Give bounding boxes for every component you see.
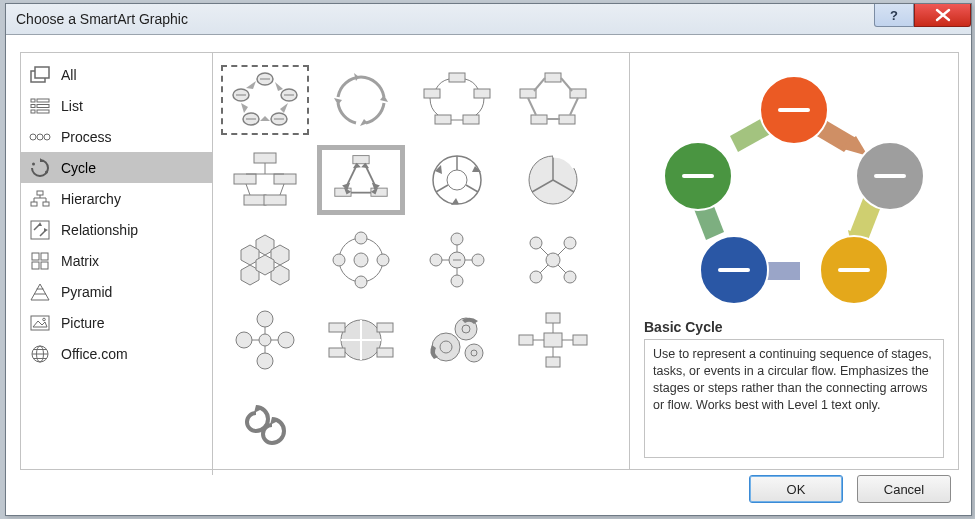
layout-thumb[interactable] [413, 145, 501, 215]
svg-rect-37 [463, 115, 479, 124]
svg-rect-18 [41, 253, 48, 260]
layout-thumb[interactable] [221, 225, 309, 295]
sidebar-item-label: Office.com [61, 346, 128, 362]
svg-point-101 [259, 334, 271, 346]
layout-thumb[interactable] [317, 65, 405, 135]
close-icon [934, 8, 952, 22]
layout-thumb[interactable] [509, 65, 597, 135]
svg-point-81 [451, 275, 463, 287]
layout-thumb[interactable] [317, 305, 405, 375]
cancel-button[interactable]: Cancel [857, 475, 951, 503]
svg-rect-40 [545, 73, 561, 82]
sidebar-item-label: All [61, 67, 77, 83]
sidebar-item-hierarchy[interactable]: Hierarchy [21, 183, 212, 214]
preview-graphic [644, 71, 944, 313]
sidebar-item-picture[interactable]: Picture [21, 307, 212, 338]
layout-thumb[interactable] [221, 305, 309, 375]
svg-rect-123 [546, 357, 560, 367]
svg-rect-49 [264, 195, 286, 205]
svg-point-12 [45, 170, 48, 173]
preview-pane: Basic Cycle Use to represent a continuin… [630, 53, 958, 469]
preview-title: Basic Cycle [644, 319, 944, 335]
close-button[interactable] [914, 4, 971, 27]
layout-thumb[interactable] [509, 305, 597, 375]
dialog-footer: OK Cancel [749, 475, 951, 503]
category-sidebar: All List Process Cycle [21, 53, 213, 475]
svg-point-99 [257, 353, 273, 369]
svg-point-89 [530, 237, 542, 249]
svg-rect-122 [546, 313, 560, 323]
layout-thumb[interactable] [509, 225, 597, 295]
svg-point-100 [236, 332, 252, 348]
svg-point-92 [530, 271, 542, 283]
svg-point-73 [333, 254, 345, 266]
sidebar-item-list[interactable]: List [21, 90, 212, 121]
layout-thumb[interactable] [317, 145, 405, 215]
svg-point-69 [354, 253, 368, 267]
svg-rect-106 [377, 323, 393, 332]
svg-rect-20 [41, 262, 48, 269]
matrix-icon [29, 250, 51, 272]
svg-rect-35 [449, 73, 465, 82]
svg-point-11 [32, 162, 35, 165]
svg-marker-67 [256, 255, 274, 275]
sidebar-item-all[interactable]: All [21, 59, 212, 90]
layout-gallery [213, 53, 630, 469]
svg-rect-42 [559, 115, 575, 124]
sidebar-item-pyramid[interactable]: Pyramid [21, 276, 212, 307]
svg-rect-45 [254, 153, 276, 163]
help-button[interactable]: ? [874, 4, 914, 27]
sidebar-item-officecom[interactable]: Office.com [21, 338, 212, 369]
process-icon [29, 126, 51, 148]
sidebar-item-label: Pyramid [61, 284, 112, 300]
svg-point-72 [355, 276, 367, 288]
svg-point-8 [30, 134, 36, 140]
svg-rect-105 [329, 323, 345, 332]
layout-thumb[interactable] [221, 145, 309, 215]
dialog-title: Choose a SmartArt Graphic [16, 11, 188, 27]
relationship-icon [29, 219, 51, 241]
layout-thumb[interactable] [317, 225, 405, 295]
list-icon [29, 95, 51, 117]
layout-thumb-basic-cycle[interactable] [221, 65, 309, 135]
sidebar-item-cycle[interactable]: Cycle [21, 152, 212, 183]
svg-point-22 [43, 318, 46, 321]
dialog-body: All List Process Cycle [20, 52, 959, 470]
svg-rect-119 [544, 333, 562, 347]
layout-thumb[interactable] [413, 225, 501, 295]
sidebar-item-relationship[interactable]: Relationship [21, 214, 212, 245]
sidebar-item-label: Hierarchy [61, 191, 121, 207]
sidebar-item-label: Process [61, 129, 112, 145]
preview-description: Use to represent a continuing sequence o… [644, 339, 944, 458]
cycle-icon [29, 157, 51, 179]
ok-button[interactable]: OK [749, 475, 843, 503]
sidebar-item-label: Cycle [61, 160, 96, 176]
svg-rect-7 [37, 110, 49, 113]
svg-rect-4 [31, 104, 35, 107]
layout-thumb[interactable] [221, 385, 309, 455]
svg-point-90 [564, 237, 576, 249]
svg-rect-36 [474, 89, 490, 98]
sidebar-item-label: Matrix [61, 253, 99, 269]
globe-icon [29, 343, 51, 365]
svg-line-56 [466, 185, 478, 192]
sidebar-item-matrix[interactable]: Matrix [21, 245, 212, 276]
svg-rect-2 [31, 99, 35, 102]
sidebar-item-label: Relationship [61, 222, 138, 238]
svg-point-97 [257, 311, 273, 327]
svg-rect-15 [43, 202, 49, 206]
svg-point-79 [451, 233, 463, 245]
layout-thumb[interactable] [413, 305, 501, 375]
layout-thumb[interactable] [413, 65, 501, 135]
all-icon [29, 64, 51, 86]
svg-rect-48 [244, 195, 266, 205]
svg-point-80 [472, 254, 484, 266]
svg-point-82 [430, 254, 442, 266]
svg-point-10 [44, 134, 50, 140]
svg-rect-108 [377, 348, 393, 357]
sidebar-item-label: Picture [61, 315, 105, 331]
svg-rect-50 [353, 156, 369, 164]
sidebar-item-process[interactable]: Process [21, 121, 212, 152]
sidebar-item-label: List [61, 98, 83, 114]
layout-thumb[interactable] [509, 145, 597, 215]
